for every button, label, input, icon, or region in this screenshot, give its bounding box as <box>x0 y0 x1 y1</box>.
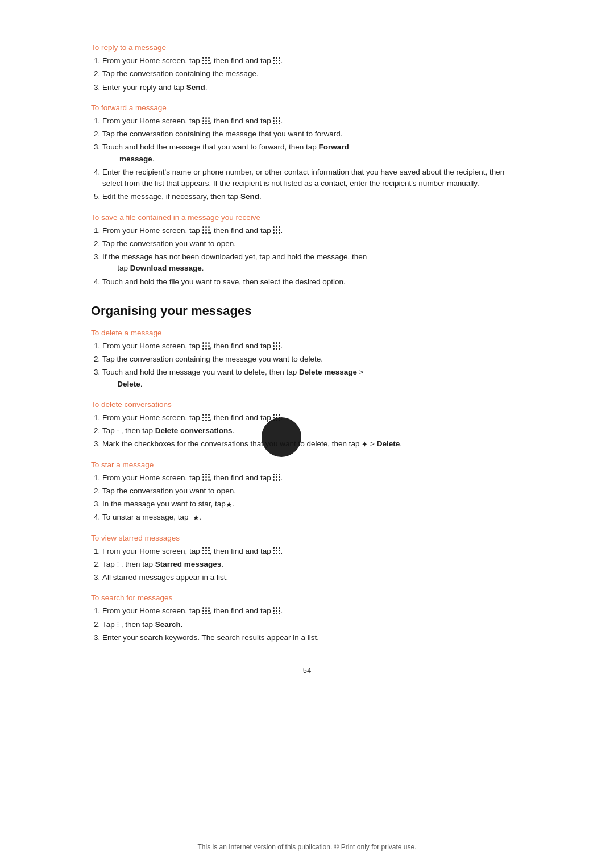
step-item: Tap the conversation containing the mess… <box>102 354 523 365</box>
step-item: In the message you want to star, tap★. <box>102 499 523 510</box>
grid-icon <box>202 547 210 554</box>
section-heading-delete-conv: To delete conversations <box>91 400 523 409</box>
step-item: From your Home screen, tap , then find a… <box>102 55 523 67</box>
section-delete-message: To delete a message From your Home scree… <box>91 329 523 390</box>
bold-text: Delete conversations <box>155 426 233 435</box>
grid-icon <box>273 547 280 554</box>
grid-icon <box>273 607 280 614</box>
steps-star: From your Home screen, tap , then find a… <box>102 472 523 524</box>
step-item: Touch and hold the message you want to d… <box>102 367 523 390</box>
star-icon: ★ <box>226 500 233 509</box>
section-star-message: To star a message From your Home screen,… <box>91 460 523 524</box>
step-item: From your Home screen, tap , then find a… <box>102 546 523 557</box>
step-item: Tap the conversation containing the mess… <box>102 68 523 80</box>
step-item: From your Home screen, tap , then find a… <box>102 225 523 236</box>
steps-reply: From your Home screen, tap , then find a… <box>102 55 523 93</box>
step-item: Tap the conversation you want to open. <box>102 485 523 497</box>
page-number: 54 <box>91 666 523 675</box>
grid-icon <box>202 607 210 614</box>
bold-text: Forward message <box>102 143 349 163</box>
bold-text: Send <box>240 192 259 201</box>
section-view-starred: To view starred messages From your Home … <box>91 534 523 584</box>
section-heading-view-starred: To view starred messages <box>91 534 523 542</box>
section-delete-conversations: To delete conversations From your Home s… <box>91 400 523 450</box>
step-item: Tap the conversation you want to open. <box>102 238 523 250</box>
step-item: Tap⋮, then tap Starred messages. <box>102 559 523 570</box>
step-item: Mark the checkboxes for the conversation… <box>102 438 523 450</box>
step-item: From your Home screen, tap , then find a… <box>102 412 523 423</box>
grid-icon <box>202 226 210 234</box>
grid-icon <box>273 117 280 124</box>
bold-text: Send <box>186 83 205 92</box>
step-item: Tap⋮, then tap Delete conversations. <box>102 425 523 437</box>
grid-icon <box>202 342 210 350</box>
star-icon: ★ <box>193 513 200 522</box>
steps-delete: From your Home screen, tap , then find a… <box>102 340 523 390</box>
section-heading-delete: To delete a message <box>91 329 523 337</box>
section-heading-forward: To forward a message <box>91 103 523 112</box>
section-heading-reply: To reply to a message <box>91 43 523 52</box>
steps-delete-conv: From your Home screen, tap , then find a… <box>102 412 523 450</box>
section-search-messages: To search for messages From your Home sc… <box>91 593 523 643</box>
step-item: Touch and hold the file you want to save… <box>102 276 523 288</box>
steps-view-starred: From your Home screen, tap , then find a… <box>102 546 523 584</box>
steps-save: From your Home screen, tap , then find a… <box>102 225 523 288</box>
step-item: Touch and hold the message that you want… <box>102 142 523 165</box>
grid-icon <box>202 414 210 421</box>
blurred-overlay <box>262 417 301 457</box>
bold-text: Search <box>155 620 181 629</box>
step-item: Tap the conversation containing the mess… <box>102 128 523 140</box>
step-item: Enter the recipient's name or phone numb… <box>102 167 523 190</box>
bold-text: Starred messages <box>155 560 221 568</box>
step-item: From your Home screen, tap , then find a… <box>102 472 523 484</box>
step-item: If the message has not been downloaded y… <box>102 251 523 275</box>
footer-text: This is an Internet version of this publ… <box>0 843 614 851</box>
bold-text: Delete message <box>299 368 357 376</box>
bold-text: Delete <box>377 439 400 448</box>
grid-icon <box>273 342 280 350</box>
step-item: From your Home screen, tap , then find a… <box>102 605 523 617</box>
step-item: Enter your reply and tap Send. <box>102 82 523 93</box>
step-item: Tap⋮, then tap Search. <box>102 619 523 630</box>
grid-icon <box>202 117 210 124</box>
bold-text: Download message <box>130 264 202 272</box>
step-item: Edit the message, if necessary, then tap… <box>102 191 523 202</box>
step-item: To unstar a message, tap ★. <box>102 512 523 523</box>
step-item: From your Home screen, tap , then find a… <box>102 115 523 127</box>
bold-text: Delete <box>117 380 140 388</box>
section-reply-message: To reply to a message From your Home scr… <box>91 43 523 93</box>
step-item: All starred messages appear in a list. <box>102 572 523 583</box>
grid-icon <box>273 474 280 481</box>
grid-icon <box>202 474 210 481</box>
section-heading-save: To save a file contained in a message yo… <box>91 213 523 222</box>
step-item: Enter your search keywords. The search r… <box>102 632 523 643</box>
section-forward-message: To forward a message From your Home scre… <box>91 103 523 203</box>
section-heading-search: To search for messages <box>91 593 523 602</box>
grid-icon <box>202 57 210 64</box>
step-item: From your Home screen, tap , then find a… <box>102 340 523 352</box>
steps-forward: From your Home screen, tap , then find a… <box>102 115 523 203</box>
section-heading-star: To star a message <box>91 460 523 469</box>
section-save-file: To save a file contained in a message yo… <box>91 213 523 288</box>
steps-search: From your Home screen, tap , then find a… <box>102 605 523 643</box>
grid-icon <box>273 57 280 64</box>
grid-icon <box>273 226 280 234</box>
chapter-title: Organising your messages <box>91 304 523 318</box>
